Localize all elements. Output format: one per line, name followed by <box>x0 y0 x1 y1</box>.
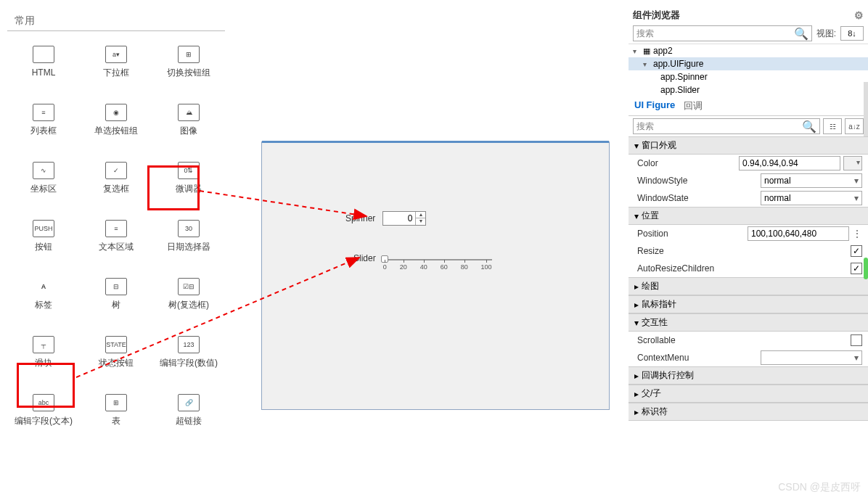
section-position[interactable]: ▾位置 <box>629 207 868 225</box>
sort-button[interactable]: a↓z <box>845 118 864 134</box>
component-icon: ⊞ <box>178 46 200 63</box>
prop-winstyle-value[interactable]: normal <box>761 173 862 188</box>
prop-color-value[interactable]: 0.94,0.94,0.94 <box>739 156 840 171</box>
more-icon[interactable]: ⋮ <box>852 228 862 239</box>
prop-auto-check[interactable]: ✓ <box>851 263 862 274</box>
prop-position-value[interactable]: 100,100,640,480 <box>748 226 849 241</box>
prop-scroll-check[interactable] <box>851 334 862 346</box>
component-icon: ⊟ <box>105 278 127 295</box>
prop-ctx-name: ContextMenu <box>637 353 761 363</box>
prop-ctx-value[interactable] <box>761 350 862 365</box>
spinner-input[interactable]: 0 ▲ ▼ <box>382 211 426 226</box>
component-icon: ⊞ <box>105 394 127 411</box>
slider-label: Slider <box>353 253 376 263</box>
highlight-spinner <box>147 165 200 210</box>
spinner-down-icon[interactable]: ▼ <box>416 218 425 225</box>
palette-item[interactable]: ⊞表 <box>80 394 152 445</box>
palette-item[interactable]: ⊟树 <box>80 278 152 329</box>
component-icon: 🔗 <box>178 394 200 411</box>
spinner-label: Spinner <box>345 213 375 223</box>
categorize-button[interactable]: ☷ <box>823 118 842 134</box>
prop-resize-check[interactable]: ✓ <box>851 245 862 257</box>
component-label: 单选按钮组 <box>94 126 138 136</box>
palette-item[interactable]: 123编辑字段(数值) <box>152 336 225 387</box>
prop-auto-name: AutoResizeChildren <box>637 263 851 274</box>
browser-search-input[interactable] <box>636 28 794 38</box>
palette-item[interactable]: HTML <box>7 46 80 96</box>
palette-item[interactable]: A标签 <box>7 278 80 329</box>
tab-callback[interactable]: 回调 <box>684 99 703 112</box>
watermark: CSDN @是皮西呀 <box>778 481 861 494</box>
component-label: 下拉框 <box>103 67 129 78</box>
slider-tick: 80 <box>461 263 468 271</box>
property-search-input[interactable] <box>636 121 802 131</box>
component-icon: ☑⊟ <box>178 278 200 295</box>
component-label: 标签 <box>35 300 52 310</box>
app-icon: ▦ <box>643 46 650 56</box>
collapse-icon: ▾ <box>634 211 639 221</box>
component-label: 超链接 <box>176 416 202 426</box>
slider-track[interactable]: 020406080100 <box>383 255 492 271</box>
section-parent[interactable]: ▸父/子 <box>629 385 868 403</box>
prop-winstate-value[interactable]: normal <box>761 191 862 205</box>
browser-search[interactable]: 🔍 <box>633 25 812 41</box>
component-icon: 123 <box>178 336 200 353</box>
palette-item[interactable]: 30日期选择器 <box>152 220 225 271</box>
palette-item[interactable]: ✓复选框 <box>80 162 152 213</box>
section-interact[interactable]: ▾交互性 <box>629 313 868 332</box>
spinner-up-icon[interactable]: ▲ <box>416 212 425 218</box>
gear-icon[interactable]: ⚙ <box>854 9 864 21</box>
design-canvas[interactable]: Spinner 0 ▲ ▼ Slider 020406080100 <box>261 141 610 410</box>
palette-item[interactable]: ⛰图像 <box>152 104 225 155</box>
expand-icon[interactable]: ▾ <box>633 47 640 55</box>
palette-item[interactable]: ≡列表框 <box>7 104 80 155</box>
component-label: 复选框 <box>103 184 129 194</box>
component-label: 编辑字段(数值) <box>160 358 218 368</box>
palette-item[interactable]: ∿坐标区 <box>7 162 80 213</box>
tree-item-slider[interactable]: app.Slider <box>629 83 868 96</box>
component-browser: 组件浏览器 ⚙ 🔍 视图: 8↓ ▾ ▦ app2 ▾ app.UIFigure… <box>629 7 868 472</box>
prop-scroll-name: Scrollable <box>637 335 851 345</box>
component-icon: ◉ <box>105 104 127 121</box>
component-label: 树(复选框) <box>168 300 209 310</box>
section-ident[interactable]: ▸标识符 <box>629 403 868 421</box>
tree-item-uifigure[interactable]: ▾ app.UIFigure <box>629 57 868 70</box>
section-pointer[interactable]: ▸鼠标指针 <box>629 295 868 313</box>
component-icon: ┬ <box>33 336 54 353</box>
component-label: 日期选择器 <box>167 242 210 252</box>
palette-item[interactable]: ◉单选按钮组 <box>80 104 152 155</box>
browser-title: 组件浏览器 <box>633 9 680 22</box>
scroll-indicator <box>864 258 868 279</box>
section-window[interactable]: ▾窗口外观 <box>629 136 868 155</box>
expand-icon: ▸ <box>634 300 639 310</box>
property-search[interactable]: 🔍 <box>633 118 820 134</box>
section-plot[interactable]: ▸绘图 <box>629 277 868 295</box>
palette-item[interactable]: 🔗超链接 <box>152 394 225 445</box>
property-tabs: UI Figure 回调 <box>629 96 868 116</box>
component-icon: 30 <box>178 220 200 237</box>
component-icon: PUSH <box>33 220 54 237</box>
color-swatch[interactable] <box>843 156 862 171</box>
component-label: 按钮 <box>35 242 52 252</box>
palette-item[interactable]: ⊞切换按钮组 <box>152 46 225 96</box>
slider-component[interactable]: Slider 020406080100 <box>353 255 492 271</box>
expand-icon[interactable]: ▾ <box>643 60 650 68</box>
view-dropdown[interactable]: 8↓ <box>840 26 864 41</box>
slider-tick: 0 <box>383 263 387 271</box>
tab-uifigure[interactable]: UI Figure <box>634 99 675 112</box>
spinner-component[interactable]: Spinner 0 ▲ ▼ <box>345 211 426 226</box>
tree-root[interactable]: ▾ ▦ app2 <box>629 44 868 57</box>
prop-position-name: Position <box>637 229 748 239</box>
slider-tick: 60 <box>441 263 448 271</box>
slider-tick: 100 <box>481 263 492 271</box>
search-icon: 🔍 <box>802 120 816 134</box>
palette-item[interactable]: ≡文本区域 <box>80 220 152 271</box>
section-callback[interactable]: ▸回调执行控制 <box>629 366 868 385</box>
palette-item[interactable]: PUSH按钮 <box>7 220 80 271</box>
palette-item[interactable]: ☑⊟树(复选框) <box>152 278 225 329</box>
search-icon: 🔍 <box>794 27 808 41</box>
palette-item[interactable]: STATE状态按钮 <box>80 336 152 387</box>
tree-item-spinner[interactable]: app.Spinner <box>629 70 868 83</box>
palette-item[interactable]: a▾下拉框 <box>80 46 152 96</box>
component-icon <box>33 46 54 63</box>
